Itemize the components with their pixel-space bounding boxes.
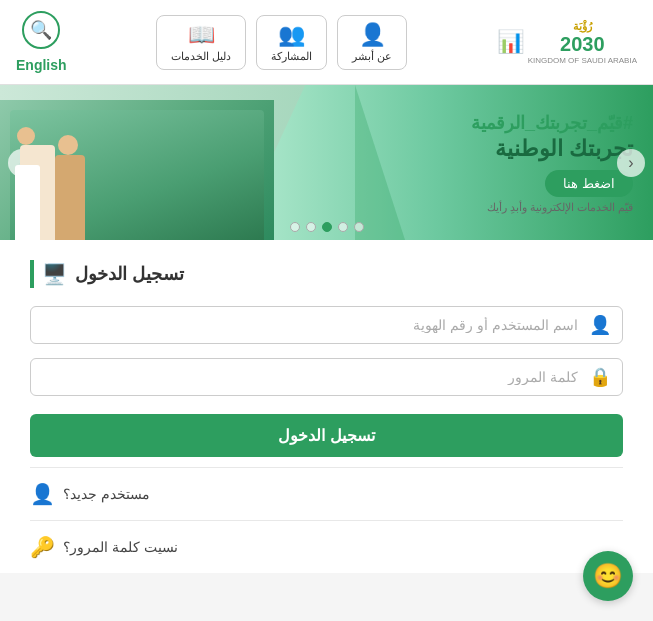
forgot-password-text: نسيت كلمة المرور؟ [63, 539, 178, 555]
forgot-password-link[interactable]: نسيت كلمة المرور؟ 🔑 [30, 520, 623, 573]
english-label: English [16, 57, 67, 73]
vision-2030-text: 2030 [528, 33, 637, 56]
bars-chart-icon: 📊 [497, 29, 524, 55]
dot-4[interactable] [338, 222, 348, 232]
dot-5[interactable] [354, 222, 364, 232]
lock-icon: 🔒 [589, 366, 611, 388]
dot-1[interactable] [290, 222, 300, 232]
vision-ksa-text: KINGDOM OF SAUDI ARABIA [528, 56, 637, 65]
forgot-password-icon: 🔑 [30, 535, 55, 559]
banner-hashtag: #قيّم_تجربتك_الرقمية [471, 112, 633, 134]
vision-logo: 📊 رُؤْيَة 2030 KINGDOM OF SAUDI ARABIA [497, 20, 637, 65]
absher-label: عن أبشر [352, 50, 392, 63]
chat-button[interactable]: 😊 [583, 551, 633, 601]
chat-icon: 😊 [593, 562, 623, 590]
hero-banner: #قيّم_تجربتك_الرقمية تجربتك الوطنية اضغط… [0, 85, 653, 240]
password-input[interactable] [30, 358, 623, 396]
banner-cta-button[interactable]: اضغط هنا [545, 170, 633, 197]
search-button[interactable]: 🔍 English [16, 11, 67, 73]
nav-item-services[interactable]: 📖 دليل الخدمات [156, 15, 246, 70]
username-input[interactable] [30, 306, 623, 344]
absher-icon: 👤 [359, 22, 386, 48]
green-accent-bar [30, 260, 34, 288]
nav-item-absher[interactable]: 👤 عن أبشر [337, 15, 407, 70]
banner-decoration [355, 85, 405, 240]
search-icon: 🔍 [22, 11, 60, 49]
dot-3[interactable] [322, 222, 332, 232]
participation-label: المشاركة [271, 50, 312, 63]
banner-image [0, 100, 274, 240]
login-title-row: تسجيل الدخول 🖥️ [30, 260, 623, 288]
participation-icon: 👥 [278, 22, 305, 48]
banner-title: تجربتك الوطنية [471, 136, 633, 162]
login-button[interactable]: تسجيل الدخول [30, 414, 623, 457]
login-section: تسجيل الدخول 🖥️ 👤 🔒 تسجيل الدخول [0, 240, 653, 467]
banner-content: #قيّم_تجربتك_الرقمية تجربتك الوطنية اضغط… [471, 112, 633, 214]
banner-dots [290, 222, 364, 232]
banner-subtitle: قيّم الخدمات الإلكترونية وأبدِ رأيك [471, 201, 633, 214]
main-nav: 📖 دليل الخدمات 👥 المشاركة 👤 عن أبشر [156, 15, 407, 70]
new-user-link[interactable]: مستخدم جديد؟ 👤 [30, 467, 623, 520]
links-section: مستخدم جديد؟ 👤 نسيت كلمة المرور؟ 🔑 [0, 467, 653, 573]
password-row: 🔒 [30, 358, 623, 396]
username-row: 👤 [30, 306, 623, 344]
login-icon: 🖥️ [42, 262, 67, 286]
dot-2[interactable] [306, 222, 316, 232]
vision-text: رُؤْيَة [528, 20, 637, 33]
header: 🔍 English 📖 دليل الخدمات 👥 المشاركة 👤 عن… [0, 0, 653, 85]
login-title: تسجيل الدخول [75, 263, 184, 285]
services-icon: 📖 [188, 22, 215, 48]
user-icon: 👤 [589, 314, 611, 336]
new-user-text: مستخدم جديد؟ [63, 486, 150, 502]
new-user-icon: 👤 [30, 482, 55, 506]
nav-item-participation[interactable]: 👥 المشاركة [256, 15, 327, 70]
services-label: دليل الخدمات [171, 50, 231, 63]
banner-next-button[interactable]: › [617, 149, 645, 177]
